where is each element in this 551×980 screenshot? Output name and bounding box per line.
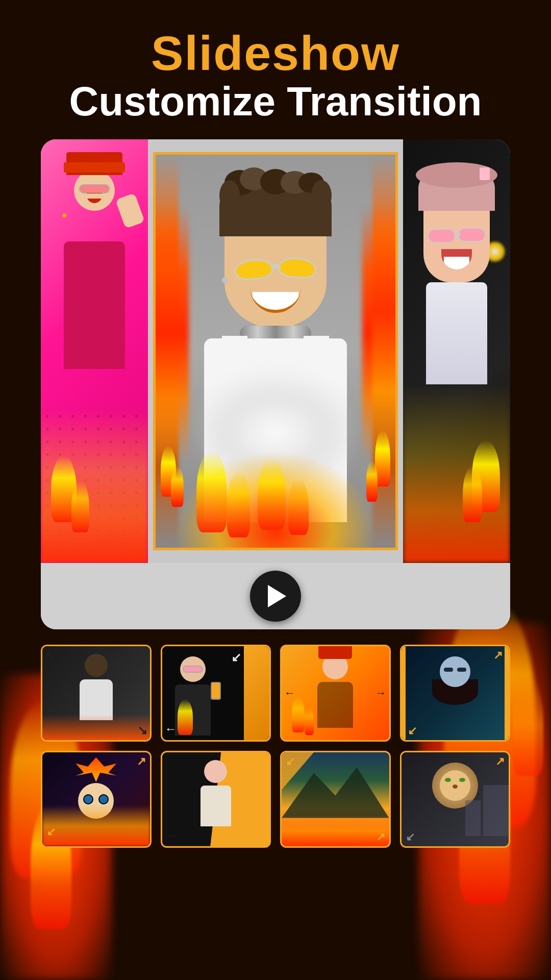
thumbnail-6[interactable]: → ←: [161, 751, 271, 848]
thumb-arrows-5: ↗ ↙: [42, 752, 150, 846]
preview-area: [41, 139, 510, 563]
center-photo: [153, 152, 398, 550]
thumbnail-grid: ↖ ↘ ↙: [41, 645, 510, 848]
title-customize: Customize Transition: [0, 79, 551, 124]
thumb-arrows-6: → ←: [162, 752, 270, 846]
side-photo-left: [41, 139, 148, 563]
thumbnail-8[interactable]: ↗ ↙: [400, 751, 511, 848]
header: Slideshow Customize Transition: [0, 0, 551, 139]
thumbnail-1[interactable]: ↖ ↘: [41, 645, 152, 742]
thumbnail-7[interactable]: ↙ ↗: [280, 751, 391, 848]
play-button-container: [41, 563, 510, 629]
thumb-arrows-2: ↙ ←: [162, 646, 270, 740]
flame-bg-5: [513, 674, 543, 776]
thumbnail-3[interactable]: ← →: [280, 645, 391, 742]
title-slideshow: Slideshow: [0, 28, 551, 79]
main-card: [41, 139, 510, 629]
thumbnail-2[interactable]: ↙ ←: [161, 645, 271, 742]
thumb-arrows-7: ↙ ↗: [282, 752, 389, 846]
thumb-arrows-8: ↗ ↙: [402, 752, 509, 846]
thumb-arrows-4: ↗ ↙: [402, 646, 509, 740]
thumb-arrows-1: ↖ ↘: [42, 646, 150, 740]
thumbnail-5[interactable]: ↗ ↙: [41, 751, 152, 848]
play-icon: [268, 585, 286, 607]
side-photo-right: [403, 139, 510, 563]
play-button[interactable]: [250, 571, 301, 622]
thumb-arrows-3: ← →: [282, 646, 389, 740]
thumbnail-4[interactable]: ↗ ↙: [400, 645, 511, 742]
